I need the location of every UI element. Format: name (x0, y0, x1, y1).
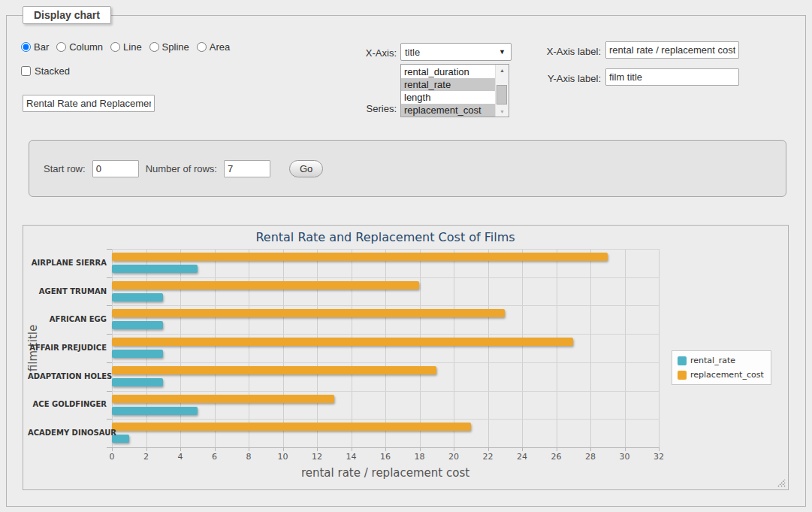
start-row-input[interactable] (92, 160, 139, 177)
fieldset-legend: Display chart (23, 6, 111, 24)
bar-replacement_cost[interactable] (112, 395, 334, 403)
number-of-rows-input[interactable] (224, 160, 270, 177)
resize-handle-icon[interactable] (777, 478, 786, 487)
legend-label: replacement_cost (690, 370, 764, 380)
gridline (112, 334, 659, 335)
y-tick-mark (107, 391, 112, 392)
chart-legend: rental_ratereplacement_cost (672, 350, 771, 385)
x-tick-mark (146, 448, 147, 451)
bar-rental_rate[interactable] (112, 378, 163, 386)
x-axis-label-label: X-Axis label: (526, 46, 601, 57)
series-scrollbar[interactable]: ▲ ▼ (495, 65, 509, 117)
start-row-label: Start row: (44, 163, 86, 174)
series-listbox[interactable]: rental_durationrental_ratelengthreplacem… (400, 64, 509, 117)
gridline (522, 249, 523, 447)
x-tick-mark (557, 448, 557, 451)
bar-replacement_cost[interactable] (112, 338, 573, 346)
chart-type-label: Line (123, 41, 142, 53)
gridline (215, 249, 216, 447)
chevron-down-icon: ▼ (499, 48, 506, 56)
y-tick-mark (107, 305, 112, 306)
legend-item-rental_rate[interactable]: rental_rate (678, 356, 764, 365)
chart-type-option-bar[interactable]: Bar (21, 41, 49, 53)
bar-rental_rate[interactable] (112, 293, 163, 301)
chart-type-label: Area (210, 41, 230, 53)
plot-area (112, 249, 659, 447)
x-tick-label: 16 (380, 452, 391, 462)
x-axis-selected-value: title (405, 47, 420, 58)
x-tick-label: 14 (346, 452, 357, 462)
stacked-option[interactable]: Stacked (21, 65, 70, 77)
gridline (454, 249, 454, 447)
go-button[interactable]: Go (289, 160, 323, 177)
chart-title-input[interactable] (23, 95, 155, 112)
x-tick-mark (522, 448, 523, 451)
gridline (112, 277, 659, 278)
chart-type-radio-column[interactable] (56, 42, 66, 52)
chart-type-radio-line[interactable] (110, 42, 120, 52)
category-label: AGENT TRUMAN (28, 287, 107, 295)
y-tick-mark (107, 249, 112, 250)
series-option-replacement_cost[interactable]: replacement_cost (401, 104, 496, 117)
bar-replacement_cost[interactable] (112, 423, 471, 431)
bar-replacement_cost[interactable] (112, 309, 505, 317)
x-tick-mark (625, 448, 626, 451)
bar-rental_rate[interactable] (112, 265, 198, 273)
stacked-label: Stacked (35, 65, 70, 77)
x-tick-mark (215, 448, 216, 451)
category-label: AFFAIR PREJUDICE (28, 344, 107, 352)
gridline (112, 249, 113, 447)
chart-type-option-spline[interactable]: Spline (149, 41, 189, 53)
category-label: ACADEMY DINOSAUR (28, 429, 107, 437)
series-option-rental_duration[interactable]: rental_duration (401, 65, 496, 78)
series-select-label: Series: (331, 103, 397, 114)
bar-replacement_cost[interactable] (112, 253, 608, 261)
scroll-down-icon[interactable]: ▼ (496, 106, 509, 117)
x-tick-label: 12 (312, 452, 322, 462)
x-tick-mark (317, 448, 318, 451)
y-axis-label-input[interactable] (605, 68, 739, 86)
scrollbar-thumb[interactable] (497, 85, 507, 105)
series-option-rental_rate[interactable]: rental_rate (401, 78, 496, 91)
x-tick-mark (590, 448, 591, 451)
x-tick-label: 22 (483, 452, 494, 462)
bar-replacement_cost[interactable] (112, 281, 419, 289)
category-label: AFRICAN EGG (28, 315, 107, 323)
chart-type-option-area[interactable]: Area (197, 41, 230, 53)
x-tick-mark (180, 448, 181, 451)
chart-type-option-column[interactable]: Column (56, 41, 103, 53)
chart-type-option-line[interactable]: Line (110, 41, 142, 53)
page: Display chart BarColumnLineSplineArea St… (0, 0, 812, 512)
bar-rental_rate[interactable] (112, 350, 163, 358)
x-tick-label: 2 (143, 452, 149, 462)
x-tick-mark (352, 448, 352, 451)
x-tick-label: 18 (415, 452, 425, 462)
chart-type-label: Bar (34, 41, 49, 53)
x-axis-title: rental rate / replacement cost (112, 466, 659, 480)
x-axis-label-input[interactable] (605, 41, 739, 59)
gridline (112, 305, 659, 306)
category-label: ACE GOLDFINGER (28, 400, 107, 408)
category-label: ADAPTATION HOLES (28, 372, 107, 380)
gridline (146, 249, 147, 447)
scroll-up-icon[interactable]: ▲ (496, 65, 509, 75)
bar-rental_rate[interactable] (112, 407, 198, 415)
y-tick-mark (107, 419, 112, 420)
chart-type-radio-bar[interactable] (21, 42, 31, 52)
x-tick-label: 10 (278, 452, 288, 462)
chart-type-radio-spline[interactable] (149, 42, 159, 52)
series-option-length[interactable]: length (401, 91, 496, 104)
bar-rental_rate[interactable] (112, 321, 163, 329)
legend-item-replacement_cost[interactable]: replacement_cost (678, 370, 764, 380)
stacked-checkbox[interactable] (21, 66, 31, 76)
gridline (112, 362, 659, 363)
bar-replacement_cost[interactable] (112, 366, 436, 374)
x-tick-mark (488, 448, 489, 451)
y-axis-label-label: Y-Axis label: (526, 73, 601, 84)
chart-type-radio-area[interactable] (197, 42, 207, 52)
chart-container: Rental Rate and Replacement Cost of Film… (23, 225, 789, 490)
gridline (557, 249, 557, 447)
x-axis-select[interactable]: title ▼ (400, 43, 512, 61)
y-tick-mark (107, 362, 112, 363)
category-label: AIRPLANE SIERRA (28, 259, 107, 267)
